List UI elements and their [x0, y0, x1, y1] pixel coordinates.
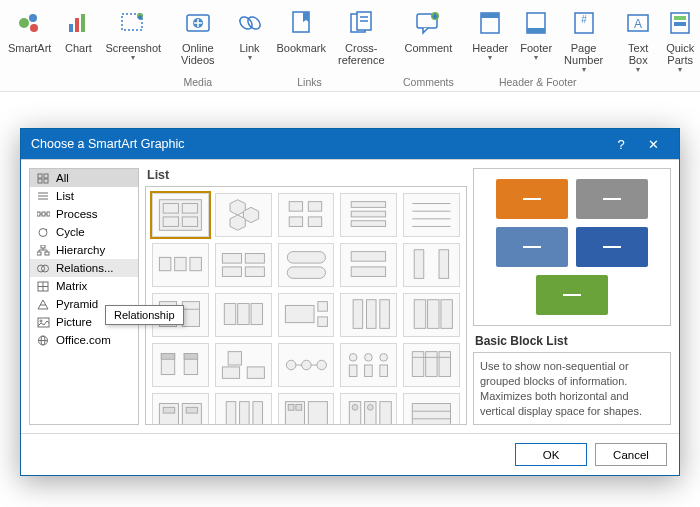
- smartart-thumb[interactable]: [215, 293, 272, 337]
- smartart-icon: [15, 6, 45, 40]
- dialog-title: Choose a SmartArt Graphic: [31, 137, 605, 151]
- category-label: List: [56, 190, 74, 202]
- smartart-thumb[interactable]: [152, 393, 209, 425]
- category-list[interactable]: List: [30, 187, 138, 205]
- preview-block: [496, 227, 568, 267]
- smartart-thumb[interactable]: [152, 243, 209, 287]
- smartart-thumb[interactable]: [278, 193, 335, 237]
- ribbon-quickparts-button[interactable]: Quick Parts ▾: [659, 4, 700, 74]
- smartart-thumb[interactable]: [340, 193, 397, 237]
- smartart-thumb[interactable]: [278, 243, 335, 287]
- preview-block: [536, 275, 608, 315]
- ribbon-footer-button[interactable]: Footer ▾: [514, 4, 558, 74]
- chevron-down-icon: ▾: [534, 53, 538, 62]
- svg-rect-132: [426, 352, 437, 377]
- svg-rect-89: [222, 267, 241, 277]
- smartart-thumb[interactable]: [403, 243, 460, 287]
- smartart-thumb[interactable]: [215, 193, 272, 237]
- svg-rect-32: [674, 16, 686, 20]
- ribbon-comment-button[interactable]: + Comment: [399, 4, 459, 54]
- category-office[interactable]: Office.com: [30, 331, 138, 349]
- svg-point-122: [316, 360, 326, 370]
- close-button[interactable]: ✕: [637, 137, 669, 152]
- svg-rect-107: [354, 300, 364, 329]
- video-icon: [183, 6, 213, 40]
- ribbon-item-label: Cross- reference: [338, 42, 384, 66]
- smartart-thumb[interactable]: [215, 343, 272, 387]
- category-list: AllListProcessCycleHierarchyRelations...…: [29, 168, 139, 425]
- smartart-thumb[interactable]: [152, 193, 209, 237]
- category-all[interactable]: All: [30, 169, 138, 187]
- svg-rect-76: [308, 217, 321, 227]
- ribbon-item-label: Page Number: [564, 42, 603, 66]
- chevron-down-icon: ▾: [678, 65, 682, 74]
- ribbon-bookmark-button[interactable]: Bookmark: [271, 4, 333, 66]
- category-relationship[interactable]: Relations...: [30, 259, 138, 277]
- category-cycle[interactable]: Cycle: [30, 223, 138, 241]
- ribbon-item-label: Text Box: [628, 42, 648, 66]
- svg-point-147: [353, 405, 359, 411]
- svg-rect-137: [163, 407, 174, 413]
- ribbon-item-label: Quick Parts: [666, 42, 694, 66]
- ribbon-screenshot-button[interactable]: + Screenshot ▾: [99, 4, 167, 62]
- svg-marker-72: [230, 215, 245, 230]
- smartart-thumb[interactable]: [215, 393, 272, 425]
- ok-button[interactable]: OK: [515, 443, 587, 466]
- svg-rect-144: [288, 405, 294, 411]
- relationship-icon: [36, 262, 50, 274]
- gallery-grid[interactable]: [145, 186, 467, 425]
- smartart-thumb[interactable]: [403, 193, 460, 237]
- svg-rect-5: [81, 14, 85, 32]
- svg-rect-150: [380, 402, 391, 425]
- smartart-thumb[interactable]: [403, 393, 460, 425]
- category-hierarchy[interactable]: Hierarchy: [30, 241, 138, 259]
- chevron-down-icon: ▾: [131, 53, 135, 62]
- svg-point-149: [368, 405, 374, 411]
- help-button[interactable]: ?: [605, 137, 637, 152]
- smartart-thumb[interactable]: [278, 293, 335, 337]
- chevron-down-icon: ▾: [582, 65, 586, 74]
- smartart-thumb[interactable]: [278, 393, 335, 425]
- smartart-thumb[interactable]: [340, 393, 397, 425]
- category-matrix[interactable]: Matrix: [30, 277, 138, 295]
- svg-point-126: [365, 354, 373, 362]
- ribbon-chart-button[interactable]: Chart: [57, 4, 99, 62]
- ribbon-group: Online Videos Media: [175, 4, 220, 91]
- ribbon-group: + Comment Comments: [399, 4, 459, 91]
- svg-rect-119: [247, 367, 264, 378]
- smartart-thumb[interactable]: [278, 343, 335, 387]
- svg-rect-35: [44, 174, 48, 178]
- smartart-thumb[interactable]: [403, 293, 460, 337]
- svg-rect-112: [441, 300, 452, 329]
- smartart-thumb[interactable]: [340, 293, 397, 337]
- ribbon-video-button[interactable]: Online Videos: [175, 4, 220, 66]
- all-icon: [36, 172, 50, 184]
- ribbon-crossref-button[interactable]: Cross- reference: [332, 4, 390, 66]
- svg-rect-103: [251, 304, 262, 325]
- ribbon-smartart-button[interactable]: SmartArt: [2, 4, 57, 62]
- svg-rect-24: [481, 13, 499, 18]
- smartart-thumb[interactable]: [152, 343, 209, 387]
- ribbon-group-label: Header & Footer: [499, 76, 577, 91]
- smartart-thumb[interactable]: [340, 343, 397, 387]
- ribbon-link-button[interactable]: Link ▾: [229, 4, 271, 66]
- ribbon-group: A Text Box ▾ Quick Parts ▾: [617, 4, 700, 91]
- smartart-thumb[interactable]: [340, 243, 397, 287]
- smartart-thumb[interactable]: [403, 343, 460, 387]
- category-label: Cycle: [56, 226, 85, 238]
- svg-rect-101: [224, 304, 235, 325]
- svg-rect-87: [222, 254, 241, 264]
- cancel-button[interactable]: Cancel: [595, 443, 667, 466]
- svg-rect-117: [222, 367, 239, 378]
- svg-rect-130: [380, 365, 388, 376]
- ribbon-pagenum-button[interactable]: # Page Number ▾: [558, 4, 609, 74]
- smartart-dialog: Choose a SmartArt Graphic ? ✕ AllListPro…: [20, 128, 680, 476]
- ribbon-header-button[interactable]: Header ▾: [466, 4, 514, 74]
- category-label: Hierarchy: [56, 244, 105, 256]
- category-process[interactable]: Process: [30, 205, 138, 223]
- svg-rect-66: [163, 204, 178, 214]
- smartart-thumb[interactable]: [215, 243, 272, 287]
- ribbon-textbox-button[interactable]: A Text Box ▾: [617, 4, 659, 74]
- category-label: All: [56, 172, 69, 184]
- svg-rect-41: [37, 212, 40, 216]
